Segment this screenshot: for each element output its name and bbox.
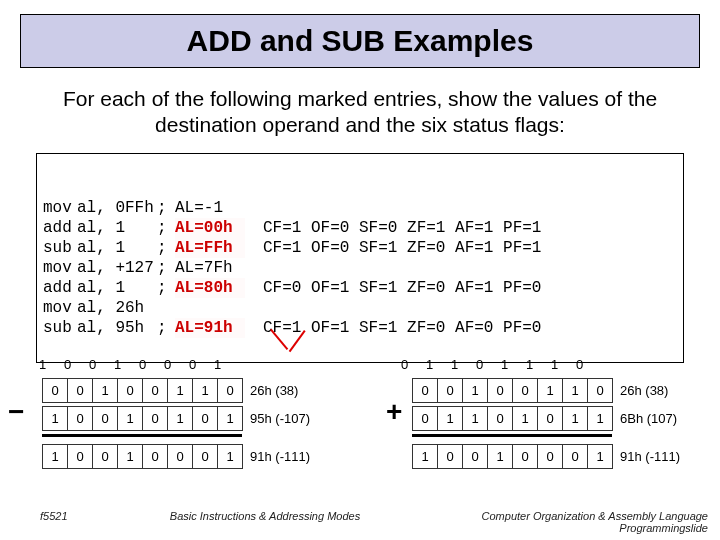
left-row1: 00100110 (42, 378, 243, 403)
bit-cell: 0 (193, 407, 218, 431)
code-row: addal, 1;AL=00hCF=1 OF=0 SF=0 ZF=1 AF=1 … (43, 218, 677, 238)
bit-cell: 1 (205, 352, 230, 376)
bit-cell: 0 (488, 379, 513, 403)
code-row: subal, 1;AL=FFhCF=1 OF=0 SF=1 ZF=0 AF=1 … (43, 238, 677, 258)
bit-cell: 1 (93, 379, 118, 403)
bit-cell: 1 (193, 379, 218, 403)
left-borrow-bits: 10010001 (30, 352, 230, 376)
code-row: subal, 95h;AL=91hCF=1 OF=1 SF=1 ZF=0 AF=… (43, 318, 677, 338)
bit-cell: 0 (143, 379, 168, 403)
code-row: moval, 0FFh;AL=-1 (43, 198, 677, 218)
bit-cell: 0 (130, 352, 155, 376)
bit-cell: 1 (513, 407, 538, 431)
right-divider (412, 434, 612, 437)
bit-cell: 0 (118, 379, 143, 403)
right-row1: 00100110 (412, 378, 613, 403)
footer-left: f5521 (0, 510, 100, 534)
bit-cell: 1 (442, 352, 467, 376)
bit-cell: 0 (488, 407, 513, 431)
bit-cell: 1 (542, 352, 567, 376)
bit-cell: 0 (413, 379, 438, 403)
bit-cell: 0 (68, 379, 93, 403)
right-row1-label: 26h (38) (620, 383, 668, 398)
bit-cell: 1 (218, 407, 243, 431)
bit-cell: 1 (563, 407, 588, 431)
bit-cell: 0 (68, 445, 93, 469)
footer: f5521 Basic Instructions & Addressing Mo… (0, 510, 720, 534)
bit-cell: 0 (563, 445, 588, 469)
left-divider (42, 434, 242, 437)
bit-cell: 0 (55, 352, 80, 376)
left-row3: 10010001 (42, 444, 243, 469)
bit-cell: 0 (538, 445, 563, 469)
bit-cell: 1 (105, 352, 130, 376)
bit-cell: 1 (413, 445, 438, 469)
bit-cell: 0 (143, 407, 168, 431)
bit-cell: 1 (588, 445, 613, 469)
code-box: moval, 0FFh;AL=-1addal, 1;AL=00hCF=1 OF=… (36, 153, 684, 363)
bit-cell: 0 (463, 445, 488, 469)
bit-cell: 0 (438, 445, 463, 469)
bit-cell: 1 (588, 407, 613, 431)
bit-cell: 1 (43, 407, 68, 431)
left-row3-label: 91h (-111) (250, 449, 310, 464)
left-row1-label: 26h (38) (250, 383, 298, 398)
bit-cell: 1 (538, 379, 563, 403)
footer-right: Computer Organization & Assembly Languag… (430, 510, 720, 534)
left-row2-label: 95h (-107) (250, 411, 310, 426)
bit-cell: 1 (417, 352, 442, 376)
right-row2-label: 6Bh (107) (620, 411, 677, 426)
bit-area: 10010001 − 00100110 26h (38) 10010101 95… (34, 352, 690, 502)
bit-cell: 0 (143, 445, 168, 469)
bit-cell: 0 (392, 352, 417, 376)
bit-cell: 0 (68, 407, 93, 431)
bit-cell: 1 (43, 445, 68, 469)
bit-cell: 1 (463, 407, 488, 431)
bit-cell: 0 (438, 379, 463, 403)
bit-cell: 1 (168, 407, 193, 431)
right-carry-bits: 01101110 (392, 352, 592, 376)
bit-cell: 0 (43, 379, 68, 403)
bit-cell: 0 (513, 379, 538, 403)
footer-center: Basic Instructions & Addressing Modes (100, 510, 430, 534)
bit-cell: 0 (567, 352, 592, 376)
bit-cell: 0 (93, 407, 118, 431)
bit-cell: 0 (168, 445, 193, 469)
bit-cell: 1 (30, 352, 55, 376)
bit-cell: 0 (155, 352, 180, 376)
plus-sign: + (386, 396, 402, 428)
left-row2: 10010101 (42, 406, 243, 431)
bit-cell: 1 (118, 407, 143, 431)
bit-cell: 0 (413, 407, 438, 431)
bit-cell: 0 (80, 352, 105, 376)
bit-cell: 1 (118, 445, 143, 469)
bit-cell: 1 (492, 352, 517, 376)
bit-cell: 1 (463, 379, 488, 403)
intro-text: For each of the following marked entries… (44, 86, 676, 139)
slide-title: ADD and SUB Examples (187, 24, 534, 58)
bit-cell: 1 (517, 352, 542, 376)
bit-cell: 0 (513, 445, 538, 469)
bit-cell: 1 (488, 445, 513, 469)
bit-cell: 0 (467, 352, 492, 376)
code-row: moval, +127;AL=7Fh (43, 258, 677, 278)
bit-cell: 1 (438, 407, 463, 431)
right-row3-label: 91h (-111) (620, 449, 680, 464)
bit-cell: 0 (180, 352, 205, 376)
slide-title-band: ADD and SUB Examples (20, 14, 700, 68)
bit-cell: 0 (93, 445, 118, 469)
code-row: addal, 1;AL=80hCF=0 OF=1 SF=1 ZF=0 AF=1 … (43, 278, 677, 298)
bit-cell: 1 (168, 379, 193, 403)
code-row: moval, 26h (43, 298, 677, 318)
right-row2: 01101011 (412, 406, 613, 431)
bit-cell: 0 (218, 379, 243, 403)
bit-cell: 1 (218, 445, 243, 469)
bit-cell: 0 (588, 379, 613, 403)
minus-sign: − (8, 396, 24, 428)
bit-cell: 0 (193, 445, 218, 469)
bit-cell: 1 (563, 379, 588, 403)
bit-cell: 0 (538, 407, 563, 431)
right-row3: 10010001 (412, 444, 613, 469)
